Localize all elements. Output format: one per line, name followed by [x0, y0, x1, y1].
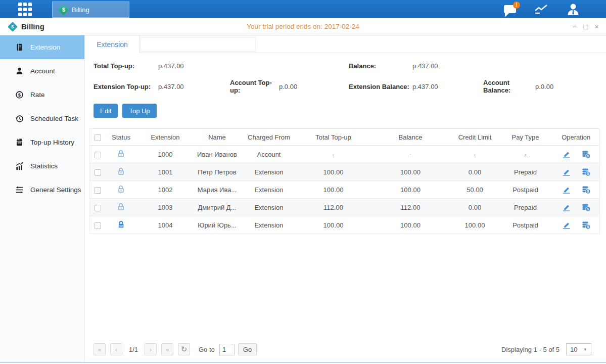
coin-dollar-icon: $	[15, 90, 24, 99]
col-credit-limit: Credit Limit	[452, 129, 498, 146]
row-checkbox[interactable]	[95, 169, 101, 176]
trial-notice: Your trial period ends on: 2017-02-24	[0, 23, 606, 30]
tab-extension[interactable]: Extension	[85, 35, 140, 53]
first-page-button[interactable]: «	[94, 343, 106, 355]
pagination-bar: « ‹ 1/1 › » ↻ Go to Go Displaying 1 - 5 …	[89, 343, 599, 355]
sidebar-item-extension[interactable]: Extension	[0, 35, 84, 59]
edit-row-icon[interactable]	[562, 168, 571, 176]
close-button[interactable]: ×	[594, 23, 599, 30]
table-header-row: Status Extension Name Charged From Total…	[90, 129, 599, 146]
user-menu-button[interactable]	[567, 3, 580, 15]
top-up-row-icon[interactable]: $	[581, 203, 591, 212]
topbar-right-icons: !	[504, 3, 580, 15]
sidebar-item-label: General Settings	[30, 186, 81, 194]
balance-summary: Total Top-up: p.437.00 Balance: p.437.00…	[94, 62, 601, 94]
cell-extension: 1004	[136, 216, 195, 234]
action-buttons: Edit Top Up	[94, 104, 606, 118]
sidebar-item-label: Account	[30, 67, 55, 75]
locked-icon	[117, 220, 125, 229]
cell-balance: 112.00	[369, 199, 452, 216]
topbar-tab-billing[interactable]: $ Billing	[52, 2, 129, 18]
row-checkbox[interactable]	[95, 152, 101, 158]
account-topup-value: p.0.00	[279, 83, 349, 90]
extension-table: Status Extension Name Charged From Total…	[89, 128, 599, 234]
app-grid-icon[interactable]	[18, 3, 32, 16]
displaying-text: Displaying 1 - 5 of 5	[501, 346, 560, 353]
notification-badge: !	[513, 2, 520, 9]
sidebar-item-general-settings[interactable]: General Settings	[0, 178, 84, 202]
sidebar-item-statistics[interactable]: Statistics	[0, 154, 84, 178]
edit-row-icon[interactable]	[562, 186, 571, 194]
main-content: Extension Total Top-up: p.437.00 Balance…	[85, 35, 606, 362]
cell-charged-from: Extension	[240, 163, 298, 181]
notifications-button[interactable]: !	[504, 5, 516, 13]
sidebar-item-scheduled-task[interactable]: Scheduled Task	[0, 107, 84, 130]
sidebar-item-rate[interactable]: $ Rate	[0, 83, 84, 107]
last-page-button[interactable]: »	[161, 343, 173, 355]
col-operation: Operation	[553, 129, 599, 146]
sidebar-item-label: Top-up History	[30, 139, 74, 146]
table-row: 1003 Дмитрий Д... Extension 112.00 112.0…	[90, 199, 599, 216]
col-charged-from: Charged From	[240, 129, 298, 146]
row-checkbox[interactable]	[95, 187, 101, 194]
cell-pay-type: Postpaid	[498, 216, 553, 234]
goto-page-input[interactable]	[219, 344, 235, 355]
sidebar: Extension Account $ Rate	[0, 35, 85, 362]
edit-button[interactable]: Edit	[94, 104, 118, 118]
page-size-select[interactable]: 10 ▼	[566, 343, 591, 355]
prev-page-button[interactable]: ‹	[110, 343, 122, 355]
top-up-row-icon[interactable]: $	[581, 186, 591, 194]
cell-balance: -	[369, 146, 452, 163]
cell-charged-from: Extension	[240, 199, 298, 216]
refresh-icon[interactable]: ↻	[178, 343, 190, 355]
maximize-button[interactable]: □	[583, 23, 588, 30]
pagination-controls: « ‹ 1/1 › » ↻ Go to Go	[94, 343, 257, 355]
cell-name: Иван Иванов	[195, 146, 240, 163]
top-up-row-icon[interactable]: $	[581, 168, 591, 176]
edit-row-icon[interactable]	[562, 203, 571, 211]
select-all-checkbox[interactable]	[95, 134, 101, 141]
cell-charged-from: Account	[240, 146, 298, 163]
tab-empty	[140, 37, 256, 52]
table-row: 1001 Петр Петров Extension 100.00 100.00…	[90, 163, 599, 181]
chevron-down-icon: ▼	[583, 347, 587, 352]
cell-credit-limit: 100.00	[452, 216, 498, 234]
col-extension: Extension	[136, 129, 195, 146]
user-icon	[567, 3, 580, 15]
account-balance-value: p.0.00	[535, 83, 597, 90]
unlocked-icon	[117, 185, 125, 193]
top-up-button[interactable]: Top Up	[122, 104, 156, 118]
row-checkbox[interactable]	[95, 222, 101, 229]
cell-total-topup: -	[298, 146, 369, 163]
goto-label: Go to	[199, 346, 215, 353]
extension-table-wrap: Status Extension Name Charged From Total…	[89, 128, 599, 234]
sidebar-item-account[interactable]: Account	[0, 59, 84, 83]
next-page-button[interactable]: ›	[145, 343, 157, 355]
cell-pay-type: -	[498, 146, 553, 163]
edit-row-icon[interactable]	[562, 221, 571, 229]
svg-text:$: $	[18, 92, 21, 98]
cell-extension: 1000	[136, 146, 195, 163]
resource-monitor-button[interactable]	[534, 4, 548, 15]
person-icon	[15, 67, 24, 75]
minimize-button[interactable]: −	[572, 23, 577, 30]
cell-credit-limit: -	[452, 146, 498, 163]
table-row: 1004 Юрий Юрь... Extension 100.00 100.00…	[90, 216, 599, 234]
col-status: Status	[106, 129, 136, 146]
extension-topup-label: Extension Top-up:	[94, 83, 158, 90]
cell-credit-limit: 0.00	[452, 163, 498, 181]
svg-text:$: $	[587, 224, 589, 229]
edit-row-icon[interactable]	[562, 150, 571, 158]
total-topup-label: Total Top-up:	[94, 62, 158, 70]
cell-total-topup: 112.00	[298, 199, 369, 216]
go-button[interactable]: Go	[238, 343, 257, 355]
extension-balance-value: p.437.00	[412, 83, 483, 90]
sidebar-item-label: Extension	[30, 43, 60, 51]
sidebar-item-topup-history[interactable]: Top-up History	[0, 130, 84, 154]
cell-credit-limit: 50.00	[452, 181, 498, 199]
sidebar-item-label: Rate	[30, 91, 45, 99]
top-up-row-icon[interactable]: $	[581, 221, 591, 230]
row-checkbox[interactable]	[95, 205, 101, 211]
top-up-row-icon[interactable]: $	[581, 150, 591, 159]
cell-name: Петр Петров	[195, 163, 240, 181]
